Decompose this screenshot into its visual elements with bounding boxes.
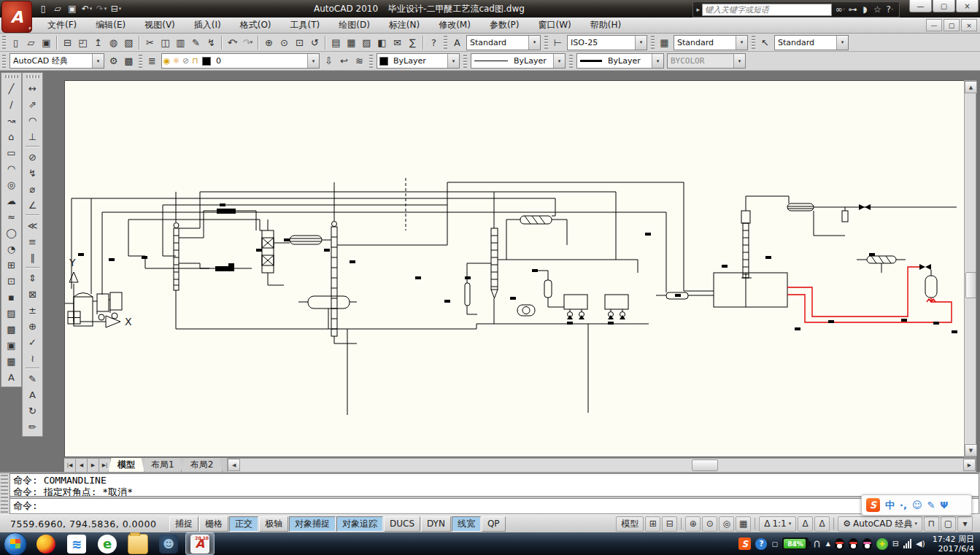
circle-icon[interactable]: ◎ xyxy=(4,176,20,193)
menu-edit[interactable]: 编辑(E) xyxy=(86,18,135,33)
chevron-down-icon[interactable]: ▾ xyxy=(635,36,647,50)
doc-restore-button[interactable]: ▢ xyxy=(944,19,960,31)
communication-center-icon[interactable]: ◗ xyxy=(859,4,871,16)
table-style-combo[interactable]: Standard ▾ xyxy=(674,35,748,50)
revision-cloud-icon[interactable]: ☁ xyxy=(4,193,20,209)
quick-view-layouts-icon[interactable]: ⊞ xyxy=(645,516,660,532)
aligned-dimension-icon[interactable]: ⇗ xyxy=(25,96,41,112)
close-button[interactable]: × xyxy=(956,0,979,12)
toolbar-grip[interactable] xyxy=(26,75,39,78)
steering-wheel-icon[interactable]: ◎ xyxy=(719,516,734,532)
lineweight-toggle[interactable]: 线宽 xyxy=(452,516,481,532)
menu-draw[interactable]: 绘图(D) xyxy=(329,18,379,33)
plot-icon[interactable]: ⊟ xyxy=(60,35,75,50)
spline-icon[interactable]: ≈ xyxy=(4,209,20,225)
menu-view[interactable]: 视图(V) xyxy=(135,18,185,33)
volume-icon[interactable]: ◀) xyxy=(916,539,925,548)
minimize-button[interactable]: — xyxy=(909,0,932,12)
paste-icon[interactable]: ▥ xyxy=(173,35,188,50)
infocenter-search-input[interactable] xyxy=(702,4,832,16)
arc-length-icon[interactable]: ◠ xyxy=(25,112,41,128)
dimension-break-icon[interactable]: ⊠ xyxy=(25,286,41,302)
dimension-style-combo[interactable]: ISO-25 ▾ xyxy=(567,35,647,50)
ime-voice-icon[interactable]: Ψ xyxy=(940,500,948,511)
chevron-down-icon[interactable]: ▾ xyxy=(652,54,663,68)
polar-toggle[interactable]: 极轴 xyxy=(259,516,288,532)
color-combo[interactable]: ByLayer ▾ xyxy=(377,53,460,69)
chevron-down-icon[interactable]: ▾ xyxy=(528,36,540,50)
dimension-update-icon[interactable]: ↻ xyxy=(25,403,41,419)
model-space-button[interactable]: 模型 xyxy=(616,516,644,532)
center-mark-icon[interactable]: ⊕ xyxy=(25,318,41,334)
clean-screen-icon[interactable]: ▢ xyxy=(941,516,956,532)
multiline-text-icon[interactable]: A xyxy=(4,369,20,385)
layer-previous-icon[interactable]: ↩ xyxy=(336,53,352,69)
quick-properties-toggle[interactable]: QP xyxy=(482,516,506,532)
horizontal-scrollbar[interactable]: ◀ ▶ xyxy=(227,458,976,473)
sheetset-manager-icon[interactable]: ◧ xyxy=(374,35,390,50)
infocenter-help-icon[interactable]: ?▾ xyxy=(884,4,896,16)
tabnav[interactable]: |◀ xyxy=(64,458,76,473)
dimension-space-icon[interactable]: ⇕ xyxy=(25,270,41,286)
vertical-scroll-thumb[interactable] xyxy=(965,272,976,298)
point-icon[interactable]: ▪ xyxy=(4,289,20,305)
tolerance-icon[interactable]: ± xyxy=(25,302,41,318)
ordinate-icon[interactable]: ⊥ xyxy=(25,128,41,144)
doc-close-button[interactable]: × xyxy=(961,19,977,31)
qnew-icon[interactable]: ▯ xyxy=(8,35,23,50)
ime-mode-toggle[interactable]: 中 xyxy=(885,499,895,512)
designcenter-icon[interactable]: ▦ xyxy=(344,35,359,50)
toolbar-grip[interactable] xyxy=(2,36,6,49)
publish-icon[interactable]: ↥ xyxy=(90,35,106,50)
taskbar-app-browser[interactable]: e xyxy=(93,533,121,554)
linear-dimension-icon[interactable]: ↔ xyxy=(25,80,41,96)
construction-line-icon[interactable]: ∕ xyxy=(4,96,20,112)
multileader-style-combo[interactable]: Standard ▾ xyxy=(774,35,849,50)
workspace-save-icon[interactable]: ▩ xyxy=(121,53,136,69)
tray-expand-icon[interactable]: ▲ xyxy=(826,540,830,547)
rectangle-icon[interactable]: ▭ xyxy=(4,144,20,160)
polygon-icon[interactable]: ⌂ xyxy=(4,128,20,144)
snap-toggle[interactable]: 捕捉 xyxy=(169,516,198,532)
tray-qq-icon[interactable] xyxy=(863,538,872,550)
sogou-logo-icon[interactable]: S xyxy=(866,498,880,512)
tray-qq-icon[interactable] xyxy=(835,538,844,550)
tab-layout1[interactable]: 布局1 xyxy=(142,458,184,473)
layer-freeze-icon[interactable]: ☼ xyxy=(171,56,181,66)
menu-help[interactable]: 帮助(H) xyxy=(581,18,630,33)
qat-save-icon[interactable]: ▣ xyxy=(66,2,79,15)
lineweight-combo[interactable]: ByLayer ▾ xyxy=(576,53,664,69)
menu-file[interactable]: 文件(F) xyxy=(38,18,86,33)
doc-minimize-button[interactable]: — xyxy=(926,19,942,31)
qat-redo-icon[interactable]: ↷▾ xyxy=(95,2,108,15)
command-prompt[interactable]: 命令: xyxy=(10,499,979,513)
layer-on-icon[interactable]: ◉ xyxy=(162,56,171,66)
tray-help-icon[interactable]: ? xyxy=(755,538,767,550)
dimension-style-icon[interactable]: ✏ xyxy=(25,419,41,435)
make-object-layer-current-icon[interactable]: ⇩ xyxy=(321,53,336,69)
qat-undo-icon[interactable]: ↶▾ xyxy=(80,2,93,15)
menu-modify[interactable]: 修改(M) xyxy=(429,18,480,33)
toolbar-grip[interactable] xyxy=(651,36,655,49)
toolbar-grip[interactable] xyxy=(463,55,467,68)
match-properties-icon[interactable]: ✎ xyxy=(188,35,204,50)
jogged-linear-icon[interactable]: ≀ xyxy=(25,350,41,366)
tray-window-icon[interactable]: ▢ xyxy=(771,540,778,548)
battery-indicator[interactable]: 84% xyxy=(782,537,809,550)
text-style-icon[interactable]: A xyxy=(450,35,465,50)
horizontal-scroll-thumb[interactable] xyxy=(692,459,718,471)
quickcalc-icon[interactable]: ∑ xyxy=(405,35,420,50)
taskbar-clock[interactable]: 17:42 周日2017/6/4 xyxy=(930,535,974,554)
zoom-window-icon[interactable]: ⊡ xyxy=(292,35,307,50)
scroll-down-icon[interactable]: ▼ xyxy=(965,444,977,457)
3d-dwf-icon[interactable]: ◍ xyxy=(106,35,121,50)
copy-icon[interactable]: ◫ xyxy=(158,35,173,50)
workspace-combo[interactable]: AutoCAD 经典 ▾ xyxy=(9,53,104,69)
chevron-down-icon[interactable]: ▾ xyxy=(92,54,104,68)
ortho-toggle[interactable]: 正交 xyxy=(229,516,258,532)
toolbar-grip[interactable] xyxy=(569,55,573,68)
command-window-grip[interactable] xyxy=(1,475,8,513)
save-icon[interactable]: ▣ xyxy=(39,35,54,50)
vertical-scrollbar[interactable]: ▲ ▼ xyxy=(964,80,976,457)
dimension-edit-icon[interactable]: ✎ xyxy=(25,370,41,387)
